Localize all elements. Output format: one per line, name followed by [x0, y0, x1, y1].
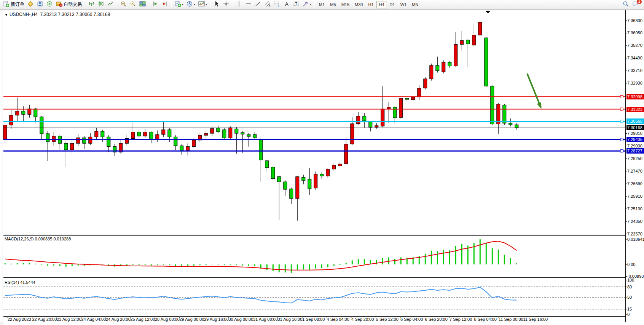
hline-price-badge: 7.31323 — [626, 107, 644, 112]
timeframe-mn-button[interactable]: MN — [409, 1, 421, 8]
period-button[interactable]: ▾ — [185, 0, 197, 9]
toolbar-separator — [314, 1, 315, 8]
price-tick-label: 7.36830 — [627, 18, 642, 23]
signal-icon — [46, 1, 53, 8]
vline-icon — [236, 1, 242, 8]
timeframe-h1-button[interactable]: H1 — [365, 1, 376, 8]
crosshair-button[interactable] — [222, 0, 231, 9]
new-chart-icon — [175, 1, 181, 8]
price-tick-label: 7.33710 — [627, 68, 642, 73]
autotrade-button[interactable]: 自动交易 — [54, 0, 83, 9]
button-label: 新订单 — [11, 1, 24, 8]
macd-axis-label: 0.018641 — [627, 237, 644, 242]
label-button[interactable]: T — [292, 0, 301, 9]
new-order-button[interactable]: 新订单 — [2, 0, 26, 9]
chart-shift-button[interactable] — [160, 0, 170, 9]
symbol-title[interactable]: ▼USDCNH-,H4 7.30213 7.30213 7.30060 7.30… — [5, 12, 110, 17]
line-chart-icon — [107, 1, 114, 8]
rsi-label: RSI(14) 41.5444 — [5, 280, 35, 285]
vline-button[interactable] — [234, 0, 244, 9]
bars-chart-button[interactable] — [87, 0, 96, 9]
svg-text:E: E — [269, 4, 271, 7]
toolbar-group — [212, 0, 231, 9]
rsi-axis-label: 0 — [627, 312, 630, 317]
search-button[interactable] — [621, 0, 631, 9]
zoom-out-button[interactable] — [128, 0, 138, 9]
time-axis-label: 22 Aug 20:00 — [32, 317, 57, 322]
quote-high: 7.30213 — [58, 12, 74, 17]
trendline-button[interactable] — [253, 0, 263, 9]
macd-label: MACD(12,26,9) 0.000835 0.010288 — [5, 237, 71, 241]
line-chart-button[interactable] — [106, 0, 115, 9]
label-icon: T — [293, 1, 300, 8]
time-axis-label: 6 Sep 20:00 — [425, 317, 448, 322]
time-axis-label: 30 Aug 08:00 — [229, 317, 253, 322]
chevron-down-icon[interactable]: ▾ — [182, 3, 183, 6]
toolbar-separator — [117, 1, 117, 8]
text-icon: A — [284, 1, 290, 8]
price-tick-label: 7.36050 — [627, 30, 642, 35]
channel-button[interactable]: E — [263, 0, 273, 9]
rsi-axis-label: 80 — [627, 285, 632, 289]
time-axis-label: 28 Aug 08:00 — [155, 317, 180, 322]
timeframe-m1-button[interactable]: M1 — [316, 1, 327, 8]
chevron-down-icon[interactable]: ▾ — [206, 3, 207, 6]
shapes-icon — [303, 1, 309, 8]
profile-button[interactable] — [35, 0, 45, 9]
hline-price-badge: 7.29435 — [626, 137, 644, 142]
toolbar-right: 1 — [621, 0, 644, 9]
timeframe-m15-button[interactable]: M15 — [339, 1, 352, 8]
timeframe-h4-button[interactable]: H4 — [376, 1, 387, 8]
toolbar-separator — [85, 1, 85, 8]
auto-scroll-button[interactable] — [151, 0, 160, 9]
timeframe-m5-button[interactable]: M5 — [327, 1, 338, 8]
chevron-down-icon[interactable]: ▾ — [194, 3, 195, 6]
fibo-button[interactable]: F — [273, 0, 282, 9]
template-button[interactable]: ▾ — [197, 0, 209, 9]
shapes-button[interactable]: ▾ — [301, 0, 313, 9]
template-icon — [198, 1, 205, 8]
time-axis-label: 22 Aug 2023 — [8, 317, 31, 322]
price-tick-label: 7.32930 — [627, 81, 642, 85]
time-axis-label: 25 Aug 12:00 — [131, 317, 155, 322]
cursor-icon — [214, 1, 220, 8]
toolbar-group: ▾▾▾ — [173, 0, 209, 9]
rsi-axis-label: 50 — [627, 295, 632, 299]
button-label: 自动交易 — [64, 1, 82, 8]
toolbar-separator — [210, 1, 210, 8]
hline-price-badge: 7.30568 — [626, 118, 644, 124]
svg-text:A: A — [285, 1, 289, 7]
chevron-down-icon[interactable]: ▾ — [310, 3, 311, 6]
timeframe-m30-button[interactable]: M30 — [352, 1, 365, 8]
price-tick-label: 7.24350 — [627, 219, 642, 224]
gold-seal-icon — [27, 1, 34, 8]
gold-seal-button[interactable] — [26, 0, 35, 9]
time-axis-label: 31 Aug 00:00 — [253, 317, 278, 322]
time-axis-label: 31 Aug 16:00 — [278, 317, 303, 322]
chevron-down-icon[interactable]: ▼ — [5, 13, 8, 17]
text-button[interactable]: A — [282, 0, 292, 9]
zoom-in-button[interactable] — [119, 0, 128, 9]
svg-text:T: T — [295, 2, 297, 6]
time-axis-label: 24 Aug 20:00 — [106, 317, 131, 322]
hline-price-badge: 7.28727 — [626, 148, 644, 154]
hline-button[interactable] — [244, 0, 253, 9]
time-axis-label: 29 Aug 16:00 — [204, 317, 229, 322]
time-axis-label: 23 Aug 12:00 — [57, 317, 81, 322]
timeframe-w1-button[interactable]: W1 — [398, 1, 410, 8]
bars-chart-icon — [88, 1, 95, 8]
tile-windows-button[interactable] — [138, 0, 147, 9]
new-chart-button[interactable]: ▾ — [173, 0, 185, 9]
svg-text:F: F — [278, 5, 279, 7]
time-axis-label: 24 Aug 04:00 — [81, 317, 106, 322]
time-axis-label: 8 Sep 04:00 — [474, 317, 497, 322]
toolbar-group — [87, 0, 115, 9]
candles-chart-button[interactable] — [96, 0, 106, 9]
signal-button[interactable] — [45, 0, 54, 9]
cursor-button[interactable] — [212, 0, 222, 9]
timeframe-d1-button[interactable]: D1 — [387, 1, 398, 8]
price-tick-label: 7.34490 — [627, 56, 642, 60]
chat-button[interactable]: 1 — [631, 0, 640, 9]
time-axis-label: 29 Aug 00:00 — [180, 317, 204, 322]
price-tick-label: 7.29810 — [627, 131, 642, 136]
